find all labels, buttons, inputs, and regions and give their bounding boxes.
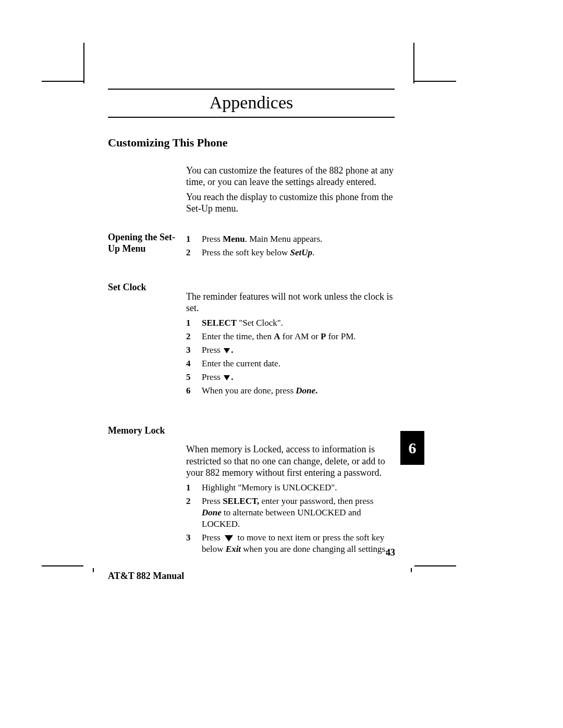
step-item: 5 Press . <box>186 372 395 383</box>
step-number: 2 <box>186 247 202 258</box>
step-item: 4 Enter the current date. <box>186 358 395 369</box>
step-number: 1 <box>186 317 202 329</box>
crop-mark <box>414 565 456 566</box>
step-number: 3 <box>186 344 202 356</box>
crop-mark <box>42 81 83 82</box>
page-content: Customizing This Phone You can customize… <box>108 135 395 557</box>
chapter-title: Appendices <box>108 90 395 117</box>
step-number: 1 <box>186 233 202 245</box>
subsection-heading: Set Clock <box>108 281 186 293</box>
footer-title: AT&T 882 Manual <box>108 571 184 582</box>
crop-tick <box>411 568 412 572</box>
thumb-tab: 6 <box>400 431 424 465</box>
subsection-intro: When memory is Locked, access to informa… <box>186 443 395 479</box>
step-item: 2 Press the soft key below SetUp. <box>186 247 395 258</box>
step-item: 1 Press Menu. Main Menu appears. <box>186 233 395 245</box>
step-number: 6 <box>186 385 202 397</box>
subsection-heading: Opening the Set-Up Menu <box>108 231 186 255</box>
crop-mark <box>413 43 414 83</box>
intro-para: You can customize the features of the 88… <box>186 165 395 188</box>
intro-para: You reach the display to customize this … <box>186 191 395 215</box>
down-arrow-icon <box>224 375 230 380</box>
down-arrow-icon <box>224 348 230 353</box>
down-arrow-icon <box>225 535 233 541</box>
step-item: 2 Enter the time, then A for AM or P for… <box>186 331 395 342</box>
step-item: 1 SELECT "Set Clock". <box>186 317 395 329</box>
section-title: Customizing This Phone <box>108 135 395 150</box>
step-item: 6 When you are done, press Done. <box>186 385 395 397</box>
rule <box>108 117 395 118</box>
step-number: 2 <box>186 496 202 530</box>
crop-mark <box>42 565 83 566</box>
step-item: 2 Press SELECT, enter your password, the… <box>186 496 395 530</box>
step-number: 2 <box>186 331 202 342</box>
crop-mark <box>414 81 456 82</box>
step-item: 3 Press . <box>186 344 395 356</box>
step-number: 4 <box>186 358 202 369</box>
crop-mark <box>83 43 84 83</box>
step-item: 1 Highlight "Memory is UNLOCKED". <box>186 482 395 493</box>
chapter-header: Appendices <box>108 89 395 118</box>
page-number: 43 <box>386 547 395 558</box>
step-number: 5 <box>186 372 202 383</box>
subsection-intro: The reminder features will not work unle… <box>186 291 395 314</box>
crop-tick <box>93 568 94 572</box>
subsection-heading: Memory Lock <box>108 425 186 437</box>
step-item: 3 Press to move to next item or press th… <box>186 532 395 555</box>
step-number: 1 <box>186 482 202 493</box>
step-number: 3 <box>186 532 202 555</box>
